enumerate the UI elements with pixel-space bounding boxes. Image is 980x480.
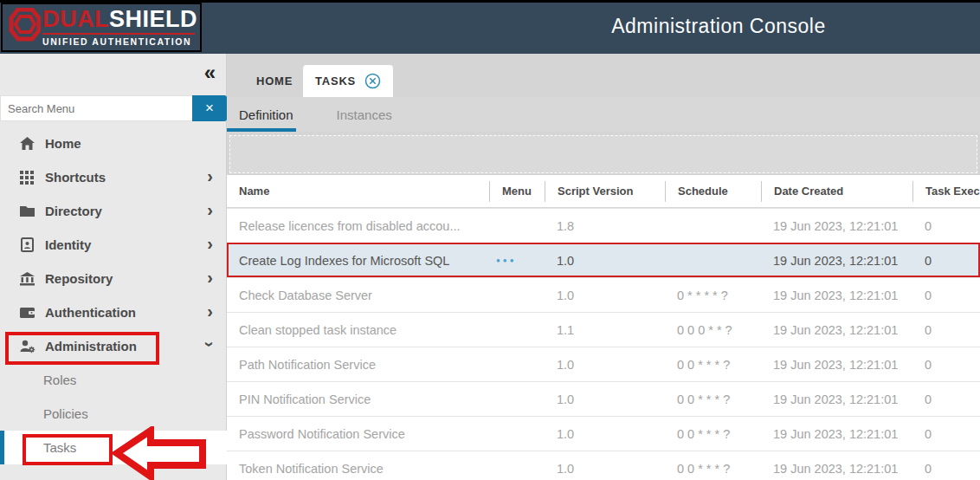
cell-date-created: 19 Jun 2023, 12:21:01 (761, 358, 912, 372)
cell-name: Clean stopped task instance (227, 323, 489, 337)
cell-script-version: 1.1 (545, 323, 665, 337)
cell-date-created: 19 Jun 2023, 12:21:01 (761, 392, 912, 406)
table-toolbar (229, 135, 977, 173)
chevron-right-icon: › (207, 199, 213, 219)
cell-name: Token Notification Service (227, 462, 489, 476)
dualshield-logo: DUALSHIELD UNIFIED AUTHENTICATION (1, 3, 202, 52)
administration-console-window: DUALSHIELD UNIFIED AUTHENTICATION Admini… (0, 0, 980, 480)
sidebar-item-roles[interactable]: Roles (0, 363, 227, 397)
search-input[interactable] (0, 95, 192, 121)
tab-label: HOME (256, 75, 293, 88)
table-row[interactable]: Password Notification Service 1.0 0 0 * … (227, 416, 980, 451)
chevron-right-icon: › (207, 267, 213, 287)
sidebar-search-row: × (0, 95, 227, 121)
table-row[interactable]: Token Notification Service 1.0 0 0 * * *… (227, 451, 980, 480)
administration-icon (19, 339, 35, 354)
column-header-task-executions[interactable]: Task Execut (912, 181, 980, 202)
tab-label: TASKS (315, 75, 356, 88)
cell-name: Password Notification Service (227, 427, 489, 441)
table-row-selected[interactable]: Create Log Indexes for Microsoft SQL ●●●… (227, 243, 980, 277)
sidebar-item-identity[interactable]: Identity › (0, 228, 227, 262)
dualshield-hexagon-icon (8, 8, 41, 44)
cell-date-created: 19 Jun 2023, 12:21:01 (761, 289, 912, 302)
cell-name: Release licences from disabled accou... (227, 219, 489, 233)
app-header: DUALSHIELD UNIFIED AUTHENTICATION Admini… (0, 0, 980, 54)
cell-name: PIN Notification Service (227, 392, 489, 406)
tab-home[interactable]: HOME (244, 65, 305, 97)
sidebar-item-label: Identity (45, 237, 91, 252)
column-header-script-version[interactable]: Script Version (545, 181, 665, 202)
sidebar-item-label: Administration (45, 339, 137, 354)
cell-name: Check Database Server (227, 289, 489, 302)
cell-schedule: 0 0 * * * ? (665, 358, 761, 372)
cell-date-created: 19 Jun 2023, 12:21:01 (761, 427, 912, 441)
logo-wordmark: DUALSHIELD (42, 6, 195, 32)
chevron-down-icon: › (200, 341, 220, 347)
cell-task-executions: 0 (912, 323, 980, 337)
cell-task-executions: 0 (912, 289, 980, 302)
sidebar-item-repository[interactable]: Repository › (0, 262, 227, 295)
cell-schedule: 0 0 * * * ? (665, 427, 761, 441)
cell-name: Path Notification Service (227, 358, 489, 372)
authentication-icon (19, 305, 35, 320)
sidebar-item-label: Repository (45, 271, 113, 286)
cell-script-version: 1.0 (545, 358, 665, 372)
sidebar-item-label: Authentication (45, 305, 136, 320)
cell-date-created: 19 Jun 2023, 12:21:01 (761, 323, 912, 337)
page-title: Administration Console (485, 15, 952, 38)
cell-script-version: 1.0 (545, 254, 665, 268)
tab-tasks[interactable]: TASKS (303, 65, 393, 97)
tasks-table: Name Menu Script Version Schedule Date C… (227, 175, 980, 480)
identity-icon (19, 237, 35, 252)
search-clear-button[interactable]: × (192, 95, 227, 121)
chevron-right-icon: › (207, 233, 213, 253)
tab-close-icon[interactable] (364, 73, 381, 89)
sidebar-item-label: Shortcuts (45, 170, 106, 185)
sidebar-item-administration[interactable]: Administration › (0, 329, 227, 363)
logo-tagline: UNIFIED AUTHENTICATION (42, 33, 195, 47)
active-subtab-underline (227, 128, 296, 132)
cell-date-created: 19 Jun 2023, 12:21:01 (761, 254, 912, 268)
sidebar-nav: Home Shortcuts › Directory › Identity (0, 126, 227, 464)
chevron-right-icon: › (207, 165, 213, 185)
cell-schedule: 0 0 0 * * ? (665, 323, 761, 337)
cell-date-created: 19 Jun 2023, 12:21:01 (761, 219, 912, 233)
directory-icon (19, 204, 35, 218)
repository-icon (19, 271, 35, 286)
tab-instances[interactable]: Instances (325, 107, 404, 122)
sidebar-item-home[interactable]: Home (0, 126, 227, 160)
tab-bar: HOME TASKS (227, 54, 980, 97)
sidebar-item-label: Tasks (43, 440, 76, 455)
sidebar-item-label: Policies (43, 406, 88, 421)
chevron-right-icon: › (207, 301, 213, 321)
sidebar-item-directory[interactable]: Directory › (0, 194, 227, 228)
cell-task-executions: 0 (912, 427, 980, 441)
column-header-menu[interactable]: Menu (489, 181, 545, 202)
row-menu-dots-icon[interactable]: ●●● (489, 256, 545, 264)
column-header-schedule[interactable]: Schedule (665, 181, 761, 202)
sidebar: « × Home Shortcuts › Directory › (0, 54, 227, 480)
sidebar-item-shortcuts[interactable]: Shortcuts › (0, 160, 227, 194)
sidebar-item-policies[interactable]: Policies (0, 397, 227, 431)
sidebar-item-tasks[interactable]: Tasks (0, 431, 227, 464)
column-header-date-created[interactable]: Date Created (761, 181, 912, 202)
table-row[interactable]: Path Notification Service 1.0 0 0 * * * … (227, 347, 980, 381)
cell-script-version: 1.0 (545, 392, 665, 406)
sidebar-item-label: Directory (45, 204, 102, 218)
tab-definition[interactable]: Definition (227, 107, 306, 122)
selected-item-indicator (0, 431, 4, 464)
sidebar-collapse-icon[interactable]: « (204, 62, 216, 83)
sidebar-item-label: Home (45, 136, 81, 151)
cell-schedule: 0 0 * * * ? (665, 392, 761, 406)
table-row[interactable]: Release licences from disabled accou... … (227, 208, 980, 243)
table-row[interactable]: PIN Notification Service 1.0 0 0 * * * ?… (227, 381, 980, 416)
table-row[interactable]: Clean stopped task instance 1.1 0 0 0 * … (227, 312, 980, 347)
cell-schedule: 0 0 * * * ? (665, 462, 761, 476)
table-row[interactable]: Check Database Server 1.0 0 * * * * ? 19… (227, 277, 980, 312)
cell-task-executions: 0 (912, 254, 980, 268)
cell-script-version: 1.0 (545, 289, 665, 302)
column-header-name[interactable]: Name (227, 185, 489, 198)
cell-script-version: 1.0 (545, 427, 665, 441)
cell-task-executions: 0 (912, 219, 980, 233)
sidebar-item-authentication[interactable]: Authentication › (0, 295, 227, 329)
